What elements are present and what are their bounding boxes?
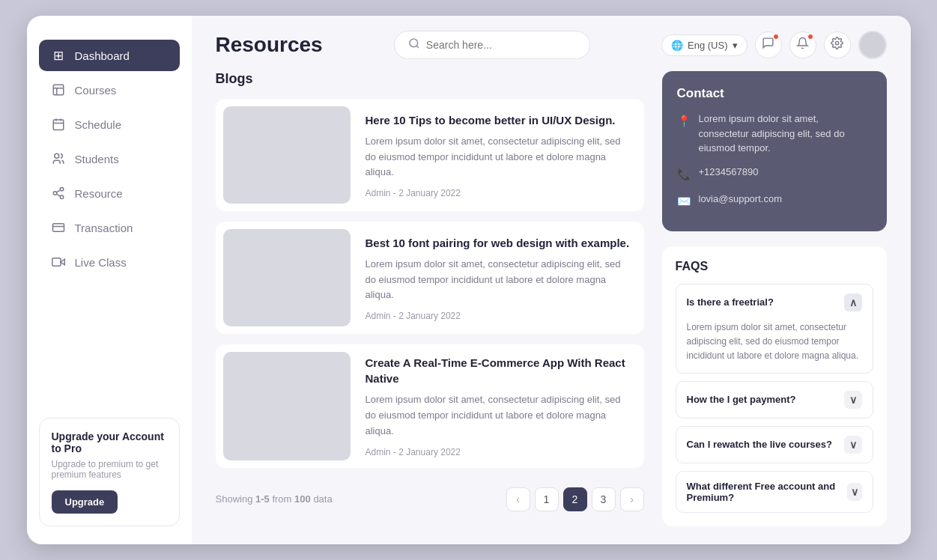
faq-toggle-2[interactable]: ∨	[844, 391, 862, 409]
courses-icon	[51, 82, 66, 97]
faq-question-3[interactable]: Can I rewatch the live courses? ∨	[676, 427, 873, 463]
blog-content-1: Here 10 Tips to become better in UI/UX D…	[363, 99, 644, 211]
sidebar-item-resource[interactable]: Resource	[39, 177, 180, 209]
sidebar-label-dashboard: Dashboard	[75, 49, 130, 62]
search-bar[interactable]	[394, 31, 590, 59]
sidebar-label-liveclass: Live Class	[75, 256, 127, 269]
message-icon	[762, 37, 774, 53]
faq-question-1[interactable]: Is there a freetrial? ∧	[676, 284, 873, 320]
blog-title-2[interactable]: Best 10 font pairing for web design with…	[366, 235, 634, 251]
page-title: Resources	[216, 33, 323, 57]
faq-item-3: Can I rewatch the live courses? ∨	[676, 426, 873, 463]
faq-item-2: How the I get payment? ∨	[676, 381, 873, 419]
next-page-button[interactable]: ›	[620, 487, 644, 511]
blog-excerpt-2: Lorem ipsum dolor sit amet, consectetur …	[366, 257, 634, 303]
contact-address: 📍 Lorem ipsum dolor sit amet, consectetu…	[677, 112, 872, 156]
faq-toggle-4[interactable]: ∨	[847, 483, 861, 501]
total-count: 100	[294, 493, 311, 505]
chevron-down-icon: ▾	[733, 40, 738, 51]
sidebar-label-courses: Courses	[75, 84, 117, 97]
search-input[interactable]	[426, 39, 576, 51]
prev-page-button[interactable]: ‹	[506, 487, 530, 511]
svg-marker-7	[61, 260, 64, 266]
pagination-info: Showing 1-5 from 100 data	[216, 493, 333, 505]
main-content: Resources 🌐 Eng (US) ▾	[192, 16, 911, 544]
location-icon: 📍	[677, 113, 691, 130]
blog-content-2: Best 10 font pairing for web design with…	[363, 222, 644, 334]
sidebar-item-courses[interactable]: Courses	[39, 74, 180, 106]
upgrade-button[interactable]: Upgrade	[52, 490, 118, 514]
svg-rect-8	[52, 258, 60, 267]
blogs-title: Blogs	[216, 71, 644, 87]
contact-email: ✉️ lovia@support.com	[677, 192, 872, 210]
blog-card-1: Here 10 Tips to become better in UI/UX D…	[216, 99, 644, 211]
avatar[interactable]	[858, 31, 887, 59]
search-icon	[408, 37, 420, 52]
transaction-icon	[51, 220, 66, 235]
app-container: ⊞ Dashboard Courses Schedule Students	[27, 16, 911, 544]
dashboard-icon: ⊞	[51, 48, 66, 63]
sidebar-label-schedule: Schedule	[75, 118, 122, 131]
schedule-icon	[51, 117, 66, 132]
header-actions: 🌐 Eng (US) ▾	[661, 31, 886, 59]
blog-image-1	[223, 106, 351, 204]
students-icon	[51, 151, 66, 166]
blog-meta-2: Admin - 2 January 2022	[366, 311, 634, 321]
contact-phone-text: +1234567890	[699, 165, 759, 180]
upgrade-box-desc: Upgrade to premium to get premium featur…	[52, 459, 167, 480]
page-button-1[interactable]: 1	[535, 487, 559, 511]
liveclass-icon	[51, 255, 66, 270]
content-area: Blogs Here 10 Tips to become better in U…	[192, 71, 911, 544]
pagination-controls: ‹ 1 2 3 ›	[506, 487, 644, 511]
sidebar-label-transaction: Transaction	[75, 222, 133, 234]
blog-title-1[interactable]: Here 10 Tips to become better in UI/UX D…	[366, 112, 634, 128]
email-icon: ✉️	[677, 193, 691, 210]
globe-icon: 🌐	[671, 40, 683, 51]
blog-excerpt-1: Lorem ipsum dolor sit amet, consectetur …	[366, 134, 634, 180]
svg-point-10	[835, 42, 838, 45]
blog-content-3: Create A Real-Time E-Commerce App With R…	[363, 344, 644, 467]
sidebar-item-students[interactable]: Students	[39, 143, 180, 174]
showing-label: Showing	[216, 493, 253, 505]
sidebar-item-liveclass[interactable]: Live Class	[39, 246, 180, 278]
sidebar-item-schedule[interactable]: Schedule	[39, 109, 180, 140]
blog-meta-1: Admin - 2 January 2022	[366, 188, 634, 198]
sidebar-item-dashboard[interactable]: ⊞ Dashboard	[39, 40, 180, 71]
svg-rect-0	[53, 85, 64, 96]
blog-image-3	[223, 352, 351, 460]
sidebar: ⊞ Dashboard Courses Schedule Students	[27, 16, 192, 544]
page-button-3[interactable]: 3	[592, 487, 616, 511]
language-label: Eng (US)	[688, 40, 727, 51]
upgrade-box: Upgrade your Account to Pro Upgrade to p…	[39, 418, 180, 526]
sidebar-nav: ⊞ Dashboard Courses Schedule Students	[39, 40, 180, 405]
faq-question-4[interactable]: What different Free account and Premium?…	[676, 472, 873, 512]
faq-toggle-1[interactable]: ∧	[844, 293, 862, 311]
phone-icon: 📞	[677, 166, 691, 183]
messages-button[interactable]	[755, 31, 782, 58]
faqs-section: FAQS Is there a freetrial? ∧ Lorem ipsum…	[662, 246, 887, 526]
settings-button[interactable]	[824, 31, 851, 58]
sidebar-label-resource: Resource	[75, 187, 123, 200]
upgrade-box-title: Upgrade your Account to Pro	[52, 430, 167, 454]
svg-point-2	[54, 154, 58, 159]
svg-point-9	[410, 39, 418, 47]
faq-question-2[interactable]: How the I get payment? ∨	[676, 382, 873, 418]
sidebar-item-transaction[interactable]: Transaction	[39, 212, 180, 243]
data-label: data	[313, 493, 332, 505]
faq-toggle-3[interactable]: ∨	[844, 436, 862, 454]
right-sidebar: Contact 📍 Lorem ipsum dolor sit amet, co…	[662, 71, 887, 526]
page-button-2[interactable]: 2	[563, 487, 587, 511]
blog-title-3[interactable]: Create A Real-Time E-Commerce App With R…	[366, 355, 634, 386]
svg-point-4	[53, 192, 57, 195]
contact-email-text: lovia@support.com	[699, 192, 782, 207]
contact-title: Contact	[677, 86, 872, 101]
svg-rect-1	[53, 120, 64, 130]
header: Resources 🌐 Eng (US) ▾	[192, 16, 911, 71]
blog-image-2	[223, 229, 351, 326]
resource-icon	[51, 186, 66, 201]
pagination: Showing 1-5 from 100 data ‹ 1 2 3 ›	[216, 478, 644, 511]
page-range: 1-5	[255, 493, 270, 505]
faq-question-text-1: Is there a freetrial?	[687, 296, 774, 308]
notifications-button[interactable]	[789, 31, 816, 58]
language-selector[interactable]: 🌐 Eng (US) ▾	[661, 34, 747, 56]
